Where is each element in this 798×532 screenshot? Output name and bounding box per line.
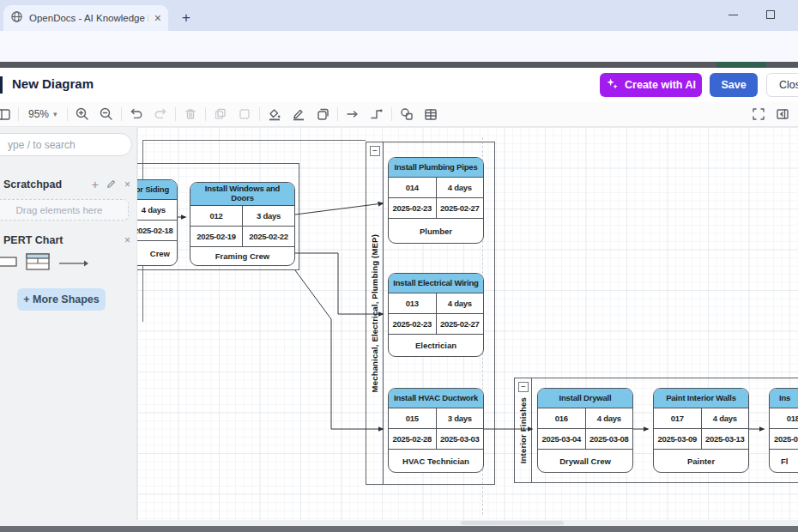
connector-shape-thumb[interactable]	[58, 256, 89, 271]
diagram-canvas[interactable]: Mechanical, Electrical, Plumbing (MEP) −…	[137, 127, 798, 520]
scratchpad-title: Scratchpad	[3, 178, 62, 190]
mep-lane-header: Mechanical, Electrical, Plumbing (MEP)	[366, 142, 384, 484]
mep-collapse-button[interactable]: −	[370, 146, 380, 156]
tab-title: OpenDocs - AI Knowledge Base	[29, 13, 148, 23]
pert-node-electrical[interactable]: Install Electrical Wiring 0134 days 2025…	[388, 273, 484, 357]
fit-screen-icon[interactable]	[747, 104, 771, 124]
pert-node-hvac[interactable]: Install HVAC Ductwork 0153 days 2025-02-…	[388, 388, 484, 473]
shape-picker-icon[interactable]	[395, 104, 419, 124]
window-divider-strip	[0, 62, 798, 68]
zoom-level-value: 95%	[28, 108, 49, 120]
sparkle-icon	[606, 77, 619, 93]
container-outline-horizontal	[142, 140, 366, 141]
tab-close-icon[interactable]: ×	[154, 12, 161, 24]
pert-node-siding[interactable]: or Siding 4 days 2025-02-18 Crew	[137, 179, 178, 266]
panel-toggle-icon[interactable]	[771, 104, 795, 124]
scratchpad-drop-area[interactable]: Drag elements here	[0, 199, 129, 221]
fill-color-icon[interactable]	[263, 104, 287, 124]
window-maximize-button[interactable]	[752, 0, 789, 29]
pert-shape-palette	[0, 253, 137, 274]
pert-node-shape-thumb[interactable]	[26, 253, 50, 274]
zoom-out-icon[interactable]	[94, 104, 118, 124]
delete-icon[interactable]	[178, 104, 203, 124]
zoom-in-icon[interactable]	[70, 104, 94, 124]
window-bottom-bar	[0, 526, 798, 532]
copy-icon[interactable]	[209, 104, 233, 124]
paste-icon[interactable]	[233, 104, 257, 124]
globe-favicon-icon	[10, 10, 23, 27]
shapes-sidebar: Scratchpad + × Drag elements here PERT C…	[0, 127, 137, 520]
pert-node-paint[interactable]: Paint Interior Walls 0174 days 2025-03-0…	[653, 388, 749, 473]
diagram-title: New Diagram	[12, 76, 94, 91]
scratchpad-edit-icon[interactable]	[106, 178, 117, 191]
pert-node-plumbing[interactable]: Install Plumbing Pipes 0144 days 2025-02…	[388, 157, 484, 244]
browser-urlbar-row: ai-toolbox.visual-paradigm.com/app/opend…	[0, 31, 798, 62]
scratchpad-add-icon[interactable]: +	[92, 178, 99, 191]
pert-palette-title: PERT Chart	[3, 234, 63, 246]
browser-tabstrip: OpenDocs - AI Knowledge Base × +	[0, 0, 798, 31]
doc-icon	[0, 76, 3, 94]
window-minimize-button[interactable]	[714, 0, 752, 29]
app-window: OpenDocs - AI Knowledge Base × + ai-tool…	[0, 0, 798, 532]
sidebar-toggle-icon[interactable]	[0, 104, 15, 124]
save-button[interactable]: Save	[710, 73, 758, 97]
pert-palette-close-icon[interactable]: ×	[124, 234, 130, 246]
horizontal-scrollbar-thumb[interactable]	[461, 521, 564, 525]
table-icon[interactable]	[419, 104, 443, 124]
pert-node-windows-doors[interactable]: Install Windows and Doors 0123 days 2025…	[190, 182, 295, 266]
line-color-icon[interactable]	[287, 104, 311, 124]
interior-finishes-lane-label: Interior Finishes	[518, 397, 528, 463]
browser-tab[interactable]: OpenDocs - AI Knowledge Base ×	[3, 5, 168, 31]
interior-finishes-collapse-button[interactable]: −	[518, 382, 529, 392]
more-shapes-button[interactable]: + More Shapes	[17, 288, 106, 311]
create-with-ai-button[interactable]: Create with AI	[600, 73, 702, 97]
app-header: New Diagram Create with AI Save Close	[0, 68, 798, 102]
close-button[interactable]: Close	[766, 73, 798, 97]
new-tab-button[interactable]: +	[175, 7, 197, 29]
editor-toolbar: 95% ▾	[0, 102, 798, 127]
pert-node-next-cut[interactable]: Ins 018 2025-0 Fl	[769, 388, 798, 473]
format-copier-icon[interactable]	[311, 104, 335, 124]
scratchpad-close-icon[interactable]: ×	[124, 178, 130, 190]
interior-finishes-lane-header: Interior Finishes	[515, 378, 532, 482]
mep-lane-label: Mechanical, Electrical, Plumbing (MEP)	[370, 234, 379, 392]
undo-icon[interactable]	[124, 104, 148, 124]
zoom-level-select[interactable]: 95% ▾	[21, 108, 64, 120]
rectangle-shape-thumb[interactable]	[0, 256, 17, 271]
search-input[interactable]	[0, 133, 132, 156]
arrow-connector-icon[interactable]	[341, 104, 365, 124]
horizontal-scrollbar[interactable]	[0, 520, 798, 526]
redo-icon[interactable]	[148, 104, 172, 124]
elbow-connector-icon[interactable]	[365, 104, 389, 124]
pert-node-drywall[interactable]: Install Drywall 0164 days 2025-03-042025…	[537, 388, 633, 473]
chevron-down-icon: ▾	[53, 110, 57, 118]
